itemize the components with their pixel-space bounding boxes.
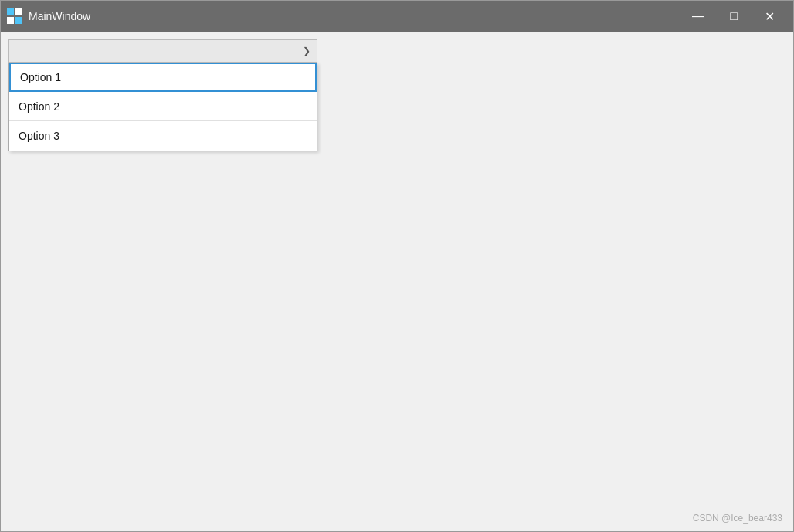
watermark-text: CSDN @Ice_bear433 xyxy=(693,513,782,524)
dropdown-list: Option 1 Option 2 Option 3 xyxy=(8,63,317,151)
title-bar-left: MainWindow xyxy=(7,8,90,24)
svg-rect-3 xyxy=(15,17,22,24)
dropdown-item-label-1: Option 1 xyxy=(20,71,61,83)
dropdown-item-2[interactable]: Option 2 xyxy=(9,92,317,121)
chevron-down-icon: ❯ xyxy=(303,46,310,56)
combo-input[interactable]: ❯ xyxy=(8,39,317,63)
maximize-button[interactable]: □ xyxy=(716,1,752,32)
app-icon xyxy=(7,8,22,24)
svg-rect-0 xyxy=(7,8,14,15)
dropdown-item-label-3: Option 3 xyxy=(19,130,59,142)
watermark: CSDN @Ice_bear433 xyxy=(693,513,782,524)
dropdown-item-1[interactable]: Option 1 xyxy=(9,63,317,92)
window-title: MainWindow xyxy=(29,10,90,22)
svg-rect-2 xyxy=(7,17,14,24)
close-button[interactable]: ✕ xyxy=(752,1,787,32)
dropdown-item-3[interactable]: Option 3 xyxy=(9,121,317,151)
title-bar-controls: — □ ✕ xyxy=(680,1,787,32)
main-window: MainWindow — □ ✕ ❯ Option 1 Option 2 Op xyxy=(0,0,794,532)
dropdown-item-label-2: Option 2 xyxy=(19,100,59,113)
svg-rect-1 xyxy=(15,8,22,15)
combo-box[interactable]: ❯ Option 1 Option 2 Option 3 xyxy=(8,39,317,63)
content-area: ❯ Option 1 Option 2 Option 3 CSDN @Ice_b… xyxy=(1,32,793,531)
minimize-button[interactable]: — xyxy=(680,1,716,32)
title-bar: MainWindow — □ ✕ xyxy=(1,1,793,32)
